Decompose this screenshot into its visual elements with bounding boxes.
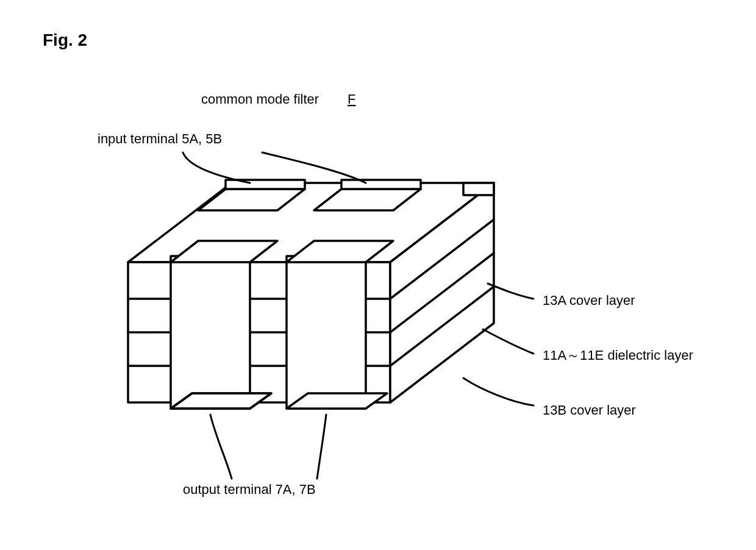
diagram-svg: Fig. 2 common mode filter F input termin… (0, 0, 756, 550)
svg-rect-13 (287, 256, 366, 409)
label-output-terminal: output terminal 7A, 7B (183, 482, 316, 497)
svg-marker-19 (341, 180, 421, 189)
title-symbol: F (348, 91, 355, 107)
label-dielectric-layer: 11A～11E dielectric layer (543, 348, 693, 363)
svg-marker-17 (226, 180, 305, 189)
figure-label: Fig. 2 (43, 30, 87, 49)
svg-marker-20 (463, 183, 494, 195)
label-input-terminal: input terminal 5A, 5B (98, 131, 222, 146)
label-cover-layer-top: 13A cover layer (543, 293, 635, 308)
label-cover-layer-bottom: 13B cover layer (543, 402, 636, 418)
title-text: common mode filter (201, 91, 319, 107)
svg-rect-9 (171, 256, 250, 409)
filter-body (128, 180, 494, 409)
